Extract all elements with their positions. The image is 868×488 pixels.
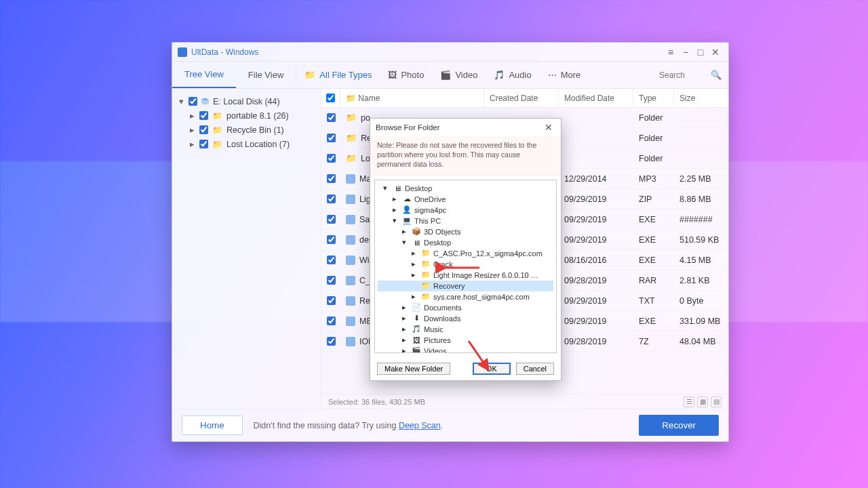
dialog-tree-item[interactable]: ▸🎵Music — [378, 324, 553, 335]
row-type: EXE — [633, 256, 674, 265]
tree-item-checkbox[interactable] — [199, 125, 208, 134]
dialog-tree-item[interactable]: ▸📁sys.care.host_sigma4pc.com — [378, 291, 553, 302]
caret-right-icon[interactable]: ▸ — [189, 125, 195, 135]
dialog-tree-item[interactable]: ▸📁Light Image Resizer 6.0.0.10 … — [378, 270, 553, 281]
tree-item[interactable]: ▸Lost Location (7) — [176, 137, 317, 151]
expand-icon[interactable]: ▸ — [409, 260, 418, 268]
expand-icon[interactable]: ▸ — [409, 270, 418, 279]
expand-icon[interactable]: ▸ — [399, 346, 409, 353]
menu-icon[interactable]: ≡ — [663, 45, 678, 60]
expand-icon[interactable]: ▸ — [399, 227, 409, 236]
row-type: EXE — [633, 235, 674, 245]
filter-video[interactable]: 🎬Video — [432, 62, 486, 88]
expand-icon[interactable]: ▸ — [399, 325, 409, 333]
deep-scan-link[interactable]: Deep Scan — [399, 421, 441, 430]
dialog-tree-item[interactable]: ▸☁OneDrive — [378, 194, 553, 205]
expand-icon[interactable]: ▸ — [409, 249, 418, 258]
row-checkbox[interactable] — [327, 174, 336, 183]
row-checkbox[interactable] — [327, 154, 336, 163]
col-type[interactable]: Type — [633, 89, 674, 107]
folder-icon — [212, 125, 222, 135]
dialog-tree-item[interactable]: ▸🎬Videos — [378, 346, 553, 353]
tree-item-checkbox[interactable] — [199, 111, 208, 120]
dialog-folder-tree[interactable]: ▾🖥Desktop▸☁OneDrive▸👤sigma4pc▾💻This PC▸📦… — [374, 180, 557, 353]
col-size[interactable]: Size — [674, 89, 728, 107]
dialog-tree-item[interactable]: 📁Recovery — [378, 281, 553, 291]
dialog-tree-item[interactable]: ▸📁C_ASC.Pro_12.x_sigma4pc.com — [378, 248, 553, 259]
status-text: Selected: 36 files, 430.25 MB — [328, 398, 425, 406]
dialog-note: Note: Please do not save the recovered f… — [370, 136, 561, 176]
dialog-tree-item[interactable]: ▸⬇Downloads — [378, 313, 553, 324]
cancel-button[interactable]: Cancel — [516, 363, 554, 375]
dialog-close-icon[interactable]: ✕ — [542, 122, 555, 133]
dialog-tree-item[interactable]: ▾💻This PC — [378, 216, 553, 226]
view-detail-icon[interactable]: ▤ — [711, 396, 722, 407]
browse-folder-dialog: Browse For Folder ✕ Note: Please do not … — [370, 118, 561, 381]
search-icon[interactable]: 🔍 — [711, 70, 722, 80]
row-size: 0 Byte — [674, 296, 728, 306]
filter-all-file-types[interactable]: 📁All File Types — [296, 62, 380, 88]
close-icon[interactable]: ✕ — [708, 45, 723, 60]
row-checkbox[interactable] — [327, 134, 336, 142]
dialog-tree-item[interactable]: ▸🖼Pictures — [378, 335, 553, 346]
row-size: ####### — [674, 215, 728, 224]
tree-item[interactable]: ▸Recycle Bin (1) — [176, 123, 317, 137]
recover-button[interactable]: Recover — [639, 415, 719, 436]
caret-down-icon[interactable]: ▾ — [178, 96, 184, 106]
row-checkbox[interactable] — [327, 296, 336, 305]
dialog-tree-item[interactable]: ▾🖥Desktop — [378, 183, 553, 194]
search-box[interactable]: 🔍 — [652, 62, 728, 88]
dialog-tree-item[interactable]: ▸📄Documents — [378, 302, 553, 313]
file-icon — [346, 276, 355, 285]
filter-more[interactable]: ⋯More — [540, 62, 589, 88]
col-created[interactable]: Created Date — [484, 89, 559, 107]
tree-root[interactable]: ▾ E: Local Disk (44) — [176, 94, 317, 108]
tab-tree-view[interactable]: Tree View — [172, 62, 236, 88]
make-new-folder-button[interactable]: Make New Folder — [377, 363, 450, 375]
expand-icon[interactable]: ▸ — [390, 205, 399, 214]
expand-icon[interactable]: ▸ — [399, 336, 409, 344]
footer-hint: Didn't find the missing data? Try using … — [254, 421, 443, 430]
expand-icon[interactable]: ▸ — [409, 292, 418, 301]
minimize-icon[interactable]: − — [678, 45, 693, 60]
tree-root-checkbox[interactable] — [189, 97, 197, 106]
caret-right-icon[interactable]: ▸ — [189, 139, 195, 149]
row-checkbox[interactable] — [327, 113, 336, 122]
view-list-icon[interactable]: ☰ — [684, 396, 694, 407]
view-grid-icon[interactable]: ▦ — [697, 396, 708, 407]
tab-file-view[interactable]: File View — [236, 62, 296, 88]
search-input[interactable] — [659, 70, 707, 80]
caret-right-icon[interactable]: ▸ — [189, 110, 195, 121]
col-modified[interactable]: Modified Date — [559, 89, 633, 107]
expand-icon[interactable]: ▾ — [399, 238, 409, 247]
row-checkbox[interactable] — [327, 256, 336, 264]
row-size: 2.81 KB — [674, 276, 728, 285]
dialog-tree-item[interactable]: ▸👤sigma4pc — [378, 205, 553, 216]
ok-button[interactable]: OK — [473, 363, 511, 375]
tree-item-checkbox[interactable] — [199, 140, 208, 148]
expand-icon[interactable]: ▸ — [399, 303, 409, 312]
select-all-checkbox[interactable] — [326, 94, 335, 102]
dialog-tree-item[interactable]: ▸📦3D Objects — [378, 226, 553, 237]
dialog-tree-item[interactable]: ▸📁Crack — [378, 259, 553, 270]
expand-icon[interactable]: ▾ — [380, 184, 390, 192]
photo-icon: 🖼 — [388, 70, 397, 80]
row-checkbox[interactable] — [327, 235, 336, 244]
row-checkbox[interactable] — [327, 317, 336, 325]
status-bar: Selected: 36 files, 430.25 MB ☰ ▦ ▤ — [321, 394, 728, 409]
node-icon: 🖼 — [412, 336, 421, 344]
expand-icon[interactable]: ▸ — [390, 195, 399, 203]
row-checkbox[interactable] — [327, 195, 336, 203]
expand-icon[interactable]: ▾ — [390, 216, 399, 225]
maximize-icon[interactable]: □ — [693, 45, 708, 60]
row-checkbox[interactable] — [327, 276, 336, 285]
dialog-tree-item[interactable]: ▾🖥Desktop — [378, 237, 553, 248]
row-checkbox[interactable] — [327, 337, 336, 346]
expand-icon[interactable]: ▸ — [399, 314, 409, 323]
col-name[interactable]: Name — [358, 94, 380, 103]
filter-photo[interactable]: 🖼Photo — [380, 62, 432, 88]
row-checkbox[interactable] — [327, 215, 336, 224]
filter-audio[interactable]: 🎵Audio — [486, 62, 539, 88]
tree-item[interactable]: ▸portable 8.1 (26) — [176, 108, 317, 123]
home-button[interactable]: Home — [182, 415, 243, 435]
